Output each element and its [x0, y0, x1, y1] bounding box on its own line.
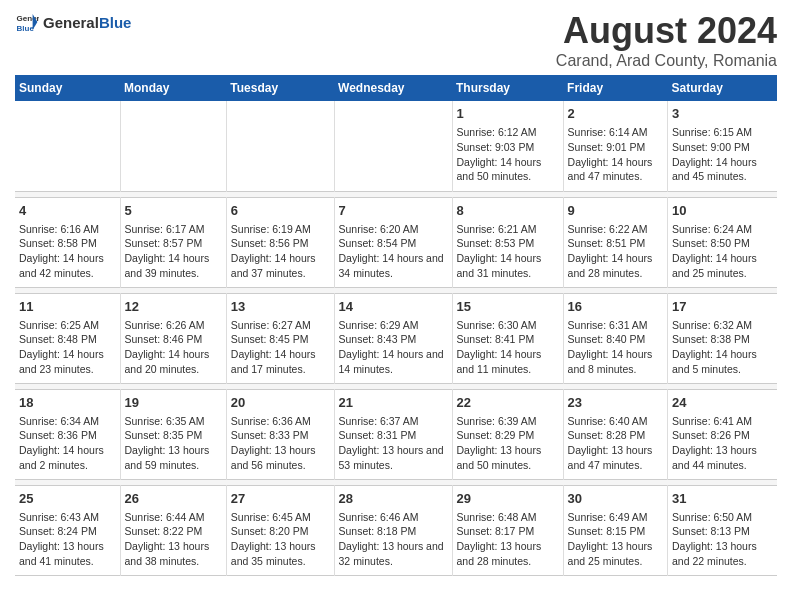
day-number: 1 — [457, 105, 559, 123]
table-row: 29Sunrise: 6:48 AMSunset: 8:17 PMDayligh… — [452, 485, 563, 575]
sunrise-text: Sunrise: 6:26 AM — [125, 319, 205, 331]
sunrise-text: Sunrise: 6:36 AM — [231, 415, 311, 427]
daylight-text: Daylight: 13 hours and 50 minutes. — [457, 444, 542, 471]
col-wednesday: Wednesday — [334, 75, 452, 101]
day-number: 2 — [568, 105, 663, 123]
day-number: 4 — [19, 202, 116, 220]
sunrise-text: Sunrise: 6:30 AM — [457, 319, 537, 331]
table-row: 30Sunrise: 6:49 AMSunset: 8:15 PMDayligh… — [563, 485, 667, 575]
table-row: 23Sunrise: 6:40 AMSunset: 8:28 PMDayligh… — [563, 389, 667, 479]
daylight-text: Daylight: 14 hours and 28 minutes. — [568, 252, 653, 279]
table-row: 12Sunrise: 6:26 AMSunset: 8:46 PMDayligh… — [120, 293, 226, 383]
sunrise-text: Sunrise: 6:46 AM — [339, 511, 419, 523]
day-number: 22 — [457, 394, 559, 412]
table-row: 22Sunrise: 6:39 AMSunset: 8:29 PMDayligh… — [452, 389, 563, 479]
table-row: 5Sunrise: 6:17 AMSunset: 8:57 PMDaylight… — [120, 197, 226, 287]
sunset-text: Sunset: 8:57 PM — [125, 237, 203, 249]
logo-general: General — [43, 14, 99, 31]
header-row: Sunday Monday Tuesday Wednesday Thursday… — [15, 75, 777, 101]
sunrise-text: Sunrise: 6:37 AM — [339, 415, 419, 427]
table-row: 10Sunrise: 6:24 AMSunset: 8:50 PMDayligh… — [668, 197, 777, 287]
daylight-text: Daylight: 13 hours and 53 minutes. — [339, 444, 444, 471]
sunset-text: Sunset: 8:22 PM — [125, 525, 203, 537]
daylight-text: Daylight: 13 hours and 59 minutes. — [125, 444, 210, 471]
sunrise-text: Sunrise: 6:22 AM — [568, 223, 648, 235]
sunrise-text: Sunrise: 6:14 AM — [568, 126, 648, 138]
daylight-text: Daylight: 14 hours and 31 minutes. — [457, 252, 542, 279]
logo-icon: General Blue — [15, 10, 39, 34]
daylight-text: Daylight: 13 hours and 47 minutes. — [568, 444, 653, 471]
daylight-text: Daylight: 14 hours and 5 minutes. — [672, 348, 757, 375]
daylight-text: Daylight: 13 hours and 32 minutes. — [339, 540, 444, 567]
day-number: 19 — [125, 394, 222, 412]
day-number: 5 — [125, 202, 222, 220]
daylight-text: Daylight: 14 hours and 39 minutes. — [125, 252, 210, 279]
sunrise-text: Sunrise: 6:44 AM — [125, 511, 205, 523]
calendar-container: General Blue General Blue August 2024 Ca… — [0, 0, 792, 586]
sunset-text: Sunset: 8:18 PM — [339, 525, 417, 537]
sunset-text: Sunset: 8:48 PM — [19, 333, 97, 345]
table-row: 2Sunrise: 6:14 AMSunset: 9:01 PMDaylight… — [563, 101, 667, 191]
col-friday: Friday — [563, 75, 667, 101]
daylight-text: Daylight: 14 hours and 37 minutes. — [231, 252, 316, 279]
sunset-text: Sunset: 8:26 PM — [672, 429, 750, 441]
sunset-text: Sunset: 8:28 PM — [568, 429, 646, 441]
main-title: August 2024 — [556, 10, 777, 52]
daylight-text: Daylight: 13 hours and 28 minutes. — [457, 540, 542, 567]
svg-text:Blue: Blue — [17, 24, 35, 33]
day-number: 21 — [339, 394, 448, 412]
table-row: 20Sunrise: 6:36 AMSunset: 8:33 PMDayligh… — [226, 389, 334, 479]
sunrise-text: Sunrise: 6:20 AM — [339, 223, 419, 235]
sunset-text: Sunset: 8:45 PM — [231, 333, 309, 345]
table-row: 18Sunrise: 6:34 AMSunset: 8:36 PMDayligh… — [15, 389, 120, 479]
day-number: 13 — [231, 298, 330, 316]
day-number: 12 — [125, 298, 222, 316]
table-row: 11Sunrise: 6:25 AMSunset: 8:48 PMDayligh… — [15, 293, 120, 383]
daylight-text: Daylight: 14 hours and 20 minutes. — [125, 348, 210, 375]
table-row: 1Sunrise: 6:12 AMSunset: 9:03 PMDaylight… — [452, 101, 563, 191]
day-number: 8 — [457, 202, 559, 220]
day-number: 18 — [19, 394, 116, 412]
sunset-text: Sunset: 8:46 PM — [125, 333, 203, 345]
day-number: 26 — [125, 490, 222, 508]
sunset-text: Sunset: 8:58 PM — [19, 237, 97, 249]
day-number: 17 — [672, 298, 773, 316]
daylight-text: Daylight: 13 hours and 22 minutes. — [672, 540, 757, 567]
sunset-text: Sunset: 8:36 PM — [19, 429, 97, 441]
daylight-text: Daylight: 14 hours and 2 minutes. — [19, 444, 104, 471]
sunrise-text: Sunrise: 6:19 AM — [231, 223, 311, 235]
subtitle: Carand, Arad County, Romania — [556, 52, 777, 70]
calendar-week-row: 18Sunrise: 6:34 AMSunset: 8:36 PMDayligh… — [15, 389, 777, 479]
day-number: 25 — [19, 490, 116, 508]
daylight-text: Daylight: 14 hours and 34 minutes. — [339, 252, 444, 279]
sunrise-text: Sunrise: 6:21 AM — [457, 223, 537, 235]
sunset-text: Sunset: 8:43 PM — [339, 333, 417, 345]
table-row: 16Sunrise: 6:31 AMSunset: 8:40 PMDayligh… — [563, 293, 667, 383]
table-row: 26Sunrise: 6:44 AMSunset: 8:22 PMDayligh… — [120, 485, 226, 575]
daylight-text: Daylight: 14 hours and 8 minutes. — [568, 348, 653, 375]
day-number: 14 — [339, 298, 448, 316]
sunset-text: Sunset: 8:40 PM — [568, 333, 646, 345]
day-number: 11 — [19, 298, 116, 316]
calendar-week-row: 4Sunrise: 6:16 AMSunset: 8:58 PMDaylight… — [15, 197, 777, 287]
col-monday: Monday — [120, 75, 226, 101]
calendar-table: Sunday Monday Tuesday Wednesday Thursday… — [15, 75, 777, 576]
sunrise-text: Sunrise: 6:16 AM — [19, 223, 99, 235]
day-number: 29 — [457, 490, 559, 508]
daylight-text: Daylight: 13 hours and 44 minutes. — [672, 444, 757, 471]
logo-blue: Blue — [99, 14, 132, 31]
table-row: 7Sunrise: 6:20 AMSunset: 8:54 PMDaylight… — [334, 197, 452, 287]
sunset-text: Sunset: 8:31 PM — [339, 429, 417, 441]
sunset-text: Sunset: 8:33 PM — [231, 429, 309, 441]
calendar-week-row: 25Sunrise: 6:43 AMSunset: 8:24 PMDayligh… — [15, 485, 777, 575]
table-row: 3Sunrise: 6:15 AMSunset: 9:00 PMDaylight… — [668, 101, 777, 191]
table-row: 14Sunrise: 6:29 AMSunset: 8:43 PMDayligh… — [334, 293, 452, 383]
day-number: 28 — [339, 490, 448, 508]
table-row: 24Sunrise: 6:41 AMSunset: 8:26 PMDayligh… — [668, 389, 777, 479]
sunrise-text: Sunrise: 6:35 AM — [125, 415, 205, 427]
table-row — [15, 101, 120, 191]
sunset-text: Sunset: 9:03 PM — [457, 141, 535, 153]
daylight-text: Daylight: 13 hours and 35 minutes. — [231, 540, 316, 567]
sunset-text: Sunset: 8:29 PM — [457, 429, 535, 441]
day-number: 20 — [231, 394, 330, 412]
